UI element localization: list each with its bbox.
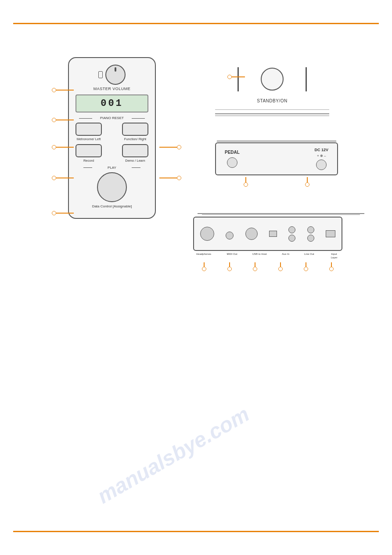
play-bracket: PLAY (76, 166, 148, 170)
pedal-section: PEDAL (225, 150, 240, 168)
indicator-line (159, 178, 177, 178)
aux-in-port-bottom (288, 235, 295, 242)
indicator-line (56, 178, 74, 178)
pedal-port (227, 157, 237, 168)
standby-section: STANDBY/ON (215, 62, 329, 117)
aux-in-port-group (288, 226, 295, 242)
indicator-vert-line (307, 177, 308, 182)
indicator-dot (52, 211, 56, 215)
top-decorative-bar (13, 23, 379, 24)
input-layer-port-group (326, 230, 335, 237)
record-button[interactable] (76, 144, 102, 157)
demo-learn-label: Demo / Learn (125, 159, 145, 163)
indicator-dot (304, 267, 308, 271)
function-right-group: Function/ Right (122, 123, 148, 141)
port-labels-row: Headphones MIDI Out USB to Host Aux In L… (193, 253, 342, 260)
bottom-ports-box (193, 217, 342, 251)
standby-bar-left (237, 67, 239, 91)
usb-host-port-group (269, 231, 277, 237)
indicator-dot (52, 88, 56, 92)
line-out-port-group (307, 226, 314, 242)
indicator-line (56, 120, 74, 120)
demo-learn-group: Demo / Learn (122, 144, 148, 163)
bp-indicator-2 (227, 262, 232, 271)
panel-line-1 (215, 113, 329, 114)
record-group: Record (76, 144, 102, 163)
record-label: Record (83, 159, 94, 163)
line-out-port-bottom (307, 235, 314, 242)
function-right-button[interactable] (122, 123, 148, 136)
indicator-line (56, 213, 74, 214)
standby-diagram (215, 62, 329, 97)
indicator-line (159, 147, 177, 148)
button-row-bottom: Record Demo / Learn (76, 144, 148, 163)
indicator-dot (52, 176, 56, 180)
dc-label: DC 12V (314, 148, 328, 152)
indicator-line (232, 76, 245, 77)
bp-ind-line (331, 262, 332, 267)
device-back-top-outer (217, 141, 336, 141)
indicator-dot (177, 145, 181, 149)
usb-host-port (269, 231, 277, 237)
device-side-line-2 (202, 214, 360, 215)
bottom-decorative-bar (13, 531, 379, 532)
indicator-dot (305, 182, 309, 187)
master-volume-knob (105, 65, 126, 85)
indicator-dot (52, 118, 56, 122)
bottom-panel-section: Headphones MIDI Out USB to Host Aux In L… (193, 213, 369, 271)
indicator-dot (52, 145, 56, 149)
volume-knob-container (98, 65, 126, 85)
indicator-left-btn (52, 145, 74, 149)
bp-ind-line (204, 262, 205, 267)
indicator-right-btn (159, 145, 181, 149)
rear-panel-section: PEDAL DC 12V + ⊕ – (202, 141, 351, 187)
indicator-dot (227, 75, 232, 79)
standby-label: STANDBY/ON (215, 98, 329, 103)
indicator-data-control (52, 211, 74, 215)
bp-ind-line (255, 262, 255, 267)
device-side-line-1 (198, 213, 364, 214)
function-right-label: Function/ Right (124, 137, 146, 141)
midi-out-port-group (245, 228, 258, 240)
master-volume-area: MASTER VOLUME (76, 65, 148, 91)
demo-learn-button[interactable] (122, 144, 148, 157)
bp-indicator-6 (329, 262, 334, 271)
indicator-dot (177, 176, 181, 180)
line-out-label: Line Out (304, 253, 314, 260)
input-layer-port (326, 230, 335, 237)
bp-indicator-5 (304, 262, 308, 271)
data-control-label: Data Control [Assignable] (92, 204, 132, 209)
bp-indicator-4 (278, 262, 283, 271)
mini-rect-left (98, 71, 103, 78)
panel-line-2 (215, 116, 329, 116)
indicator-dot (202, 267, 206, 271)
indicator-dot (227, 267, 232, 271)
aux-in-port-top (288, 226, 295, 233)
standby-indicator-left (227, 75, 245, 79)
small-port-1 (226, 232, 234, 239)
master-volume-label: MASTER VOLUME (94, 87, 131, 91)
dc-indicator (305, 177, 309, 187)
standby-bar-right (306, 67, 307, 91)
controller-body: MASTER VOLUME 001 PIANO RESET Metronome/… (68, 57, 156, 219)
indicator-dot (278, 267, 283, 271)
metronome-left-group: Metronome/ Left (76, 123, 102, 141)
dc-port (316, 160, 327, 170)
dc-section: DC 12V + ⊕ – (314, 148, 328, 170)
headphones-label: Headphones (195, 253, 212, 260)
indicator-dot (329, 267, 334, 271)
dc-symbol: + ⊕ – (317, 154, 326, 158)
indicator-dot (244, 182, 248, 187)
indicator-record-btn (52, 176, 74, 180)
indicator-display (52, 118, 74, 122)
metronome-left-button[interactable] (76, 123, 102, 136)
data-control-area: Data Control [Assignable] (76, 172, 148, 209)
aux-in-label: Aux In (281, 253, 291, 260)
bp-ind-line (229, 262, 230, 267)
standby-knob (261, 68, 284, 91)
bp-indicator-1 (202, 262, 206, 271)
indicator-line (56, 147, 74, 148)
display: 001 (76, 94, 148, 112)
data-control-knob (97, 172, 127, 202)
indicator-dot (253, 267, 257, 271)
